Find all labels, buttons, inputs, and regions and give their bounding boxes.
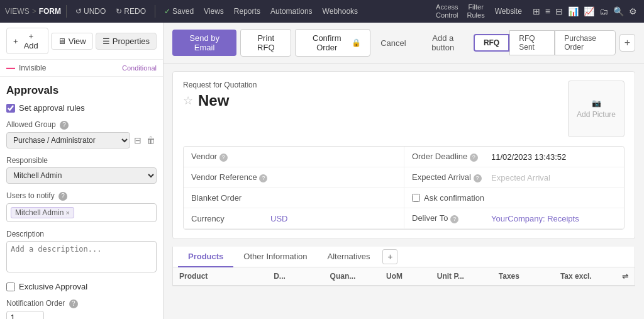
col-taxes: Taxes [492, 267, 554, 285]
status-rfq-sent[interactable]: RFQ Sent [509, 30, 555, 55]
expected-arrival-label: Expected Arrival ? [412, 172, 487, 182]
properties-icon: ☰ [103, 36, 110, 46]
webhooks-button[interactable]: Webhooks [319, 6, 362, 17]
top-nav: VIEWS > FORM ↺ UNDO ↻ REDO ✓ Saved Views… [0, 0, 644, 23]
allowed-group-row: Purchase / Administrator ⊟ 🗑 [6, 132, 157, 148]
saved-button[interactable]: ✓ Saved [160, 6, 197, 17]
col-actions: ⇌ [616, 267, 635, 285]
sidebar-view-button[interactable]: 🖥 View [51, 33, 93, 50]
exclusive-approval-label[interactable]: Exclusive Approval [19, 282, 87, 291]
approval-rules-checkbox[interactable] [6, 104, 15, 113]
status-rfq[interactable]: RFQ [474, 34, 509, 52]
set-approval-rules-row: Set approval rules [6, 103, 157, 113]
tab-other-info[interactable]: Other Information [233, 247, 317, 267]
breadcrumb-views[interactable]: VIEWS [5, 7, 30, 16]
tab-alternatives[interactable]: Alternatives [318, 247, 380, 267]
exclusive-approval-checkbox[interactable] [6, 283, 15, 291]
currency-label: Currency [191, 214, 267, 223]
notification-order-label: Notification Order ? [6, 299, 157, 308]
form-grid: Vendor ? Order Deadline ? 11/02/2023 13:… [183, 146, 625, 230]
col-uom: UoM [380, 267, 431, 285]
sidebar: + + Add 🖥 View ☰ Properties — Invisible … [0, 23, 164, 319]
redo-icon: ↻ [116, 7, 122, 16]
allowed-group-select[interactable]: Purchase / Administrator [6, 132, 130, 148]
status-purchase-order[interactable]: Purchase Order [555, 30, 616, 55]
sidebar-properties-button[interactable]: ☰ Properties [96, 33, 157, 50]
currency-value[interactable]: USD [270, 214, 396, 223]
allowed-group-help[interactable]: ? [60, 121, 69, 130]
tag-remove-icon[interactable]: × [65, 209, 69, 216]
chart-icon[interactable]: 📊 [566, 5, 580, 18]
automations-button[interactable]: Automations [267, 6, 316, 17]
nav-divider-2 [155, 5, 155, 18]
conditional-badge[interactable]: Conditional [122, 64, 157, 72]
nav-divider-1 [66, 5, 67, 18]
users-notify-label: Users to notify ? [6, 191, 157, 201]
search-icon[interactable]: 🔍 [611, 5, 626, 18]
filter-rules-button[interactable]: Filter Rules [464, 3, 489, 20]
tab-add-button[interactable]: + [382, 249, 397, 264]
status-bar: RFQ RFQ Sent Purchase Order [474, 30, 616, 55]
check-icon: ✓ [164, 7, 170, 16]
tab-products[interactable]: Products [178, 247, 233, 267]
deliver-to-help-icon[interactable]: ? [450, 215, 458, 223]
main-layout: + + Add 🖥 View ☰ Properties — Invisible … [0, 23, 644, 319]
plus-icon: + [13, 36, 18, 46]
order-deadline-value[interactable]: 11/02/2023 13:43:52 [491, 152, 616, 162]
settings-icon[interactable]: ⚙ [627, 5, 639, 18]
minus-icon: — [6, 63, 15, 73]
deliver-to-value[interactable]: YourCompany: Receipts [491, 214, 616, 223]
approval-rules-label[interactable]: Set approval rules [19, 103, 85, 113]
ask-confirmation-checkbox[interactable] [412, 194, 420, 202]
bar-chart-icon[interactable]: 📈 [582, 5, 596, 18]
favorite-star-icon[interactable]: ☆ [183, 94, 193, 108]
cancel-button[interactable]: Cancel [374, 35, 412, 52]
users-notify-help[interactable]: ? [58, 192, 67, 201]
col-unit-price: Unit P... [431, 267, 492, 285]
right-menu: Access Control Filter Rules Website ⊞ ≡ … [432, 3, 639, 20]
notification-order-help[interactable]: ? [69, 299, 78, 308]
list-icon[interactable]: ≡ [543, 5, 552, 18]
undo-button[interactable]: ↺ UNDO [72, 6, 109, 17]
split-icon[interactable]: ⊟ [553, 5, 565, 18]
views-button[interactable]: Views [200, 6, 228, 17]
expected-arrival-help-icon[interactable]: ? [474, 174, 482, 182]
order-deadline-help-icon[interactable]: ? [470, 154, 478, 162]
print-rfq-button[interactable]: Print RFQ [240, 29, 291, 57]
camera-icon: 📷 [592, 99, 601, 108]
table-header: Product D... Quan... UoM Unit P... Taxes… [173, 267, 635, 286]
order-deadline-cell: Order Deadline ? 11/02/2023 13:43:52 [404, 147, 624, 167]
add-icon-button[interactable]: + [619, 34, 635, 52]
icon-toolbar: ⊞ ≡ ⊟ 📊 📈 🗂 🔍 ⚙ [531, 5, 639, 18]
grid-icon[interactable]: ⊞ [531, 5, 542, 18]
reports-button[interactable]: Reports [230, 6, 264, 17]
expected-arrival-value[interactable]: Expected Arrival [491, 173, 616, 182]
table-icon[interactable]: 🗂 [597, 5, 610, 18]
adjust-cols-icon[interactable]: ⇌ [622, 272, 628, 281]
sidebar-add-button[interactable]: + + Add [6, 28, 48, 54]
col-product: Product [173, 267, 267, 285]
allowed-group-filter-btn[interactable]: ⊟ [133, 134, 143, 147]
sidebar-content: Approvals Set approval rules Allowed Gro… [0, 77, 163, 319]
invisible-left: — Invisible [6, 63, 46, 73]
approvals-title: Approvals [6, 84, 157, 97]
access-control-button[interactable]: Access Control [432, 3, 462, 20]
responsible-select[interactable]: Mitchell Admin [6, 167, 157, 184]
users-notify-field[interactable]: Mitchell Admin × [6, 203, 157, 222]
vendor-label: Vendor ? [191, 152, 267, 162]
confirm-order-button[interactable]: Confirm Order 🔒 [295, 29, 370, 57]
allowed-group-delete-btn[interactable]: 🗑 [145, 134, 157, 147]
add-picture-box[interactable]: 📷 Add Picture [568, 81, 625, 137]
breadcrumb-separator: > [32, 7, 36, 16]
redo-button[interactable]: ↻ REDO [112, 6, 150, 17]
send-by-email-button[interactable]: Send by Email [172, 30, 236, 56]
ask-confirmation-label[interactable]: Ask confirmation [424, 193, 484, 203]
content-area: Send by Email Print RFQ Confirm Order 🔒 … [164, 23, 644, 319]
vendor-help-icon[interactable]: ? [219, 154, 228, 162]
vendor-ref-help-icon[interactable]: ? [259, 174, 267, 182]
description-input[interactable] [6, 241, 157, 272]
add-button-button[interactable]: Add a button [416, 30, 470, 56]
website-button[interactable]: Website [490, 6, 527, 17]
notification-order-input[interactable] [6, 311, 44, 319]
form-header: Request for Quotation ☆ New 📷 Add Pictur… [183, 81, 625, 137]
